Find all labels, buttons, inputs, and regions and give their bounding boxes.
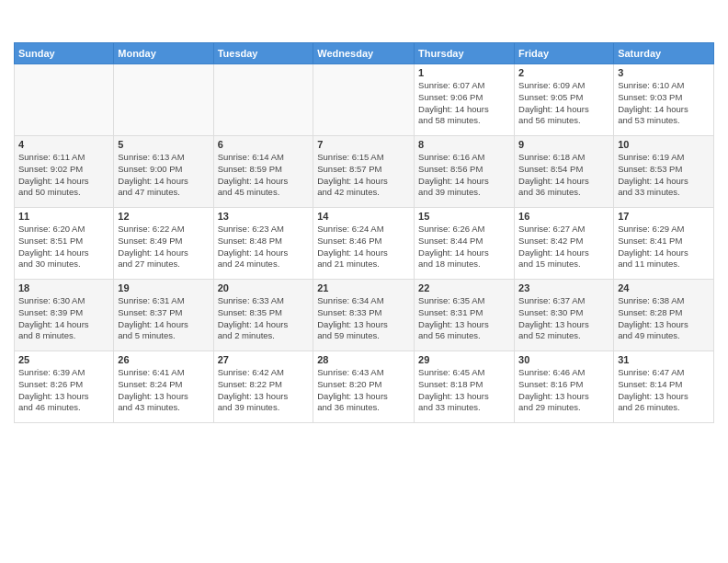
day-info: Sunrise: 6:33 AM Sunset: 8:35 PM Dayligh… (218, 295, 310, 342)
calendar-cell: 11Sunrise: 6:20 AM Sunset: 8:51 PM Dayli… (15, 208, 114, 280)
day-number: 27 (218, 354, 310, 365)
day-number: 9 (518, 139, 609, 150)
day-number: 29 (418, 354, 510, 365)
weekday-header: Wednesday (313, 43, 415, 64)
day-number: 31 (618, 354, 710, 365)
day-number: 1 (418, 67, 510, 78)
day-info: Sunrise: 6:37 AM Sunset: 8:30 PM Dayligh… (518, 295, 609, 342)
calendar-cell: 27Sunrise: 6:42 AM Sunset: 8:22 PM Dayli… (213, 351, 313, 423)
calendar-cell (114, 64, 213, 136)
day-info: Sunrise: 6:30 AM Sunset: 8:39 PM Dayligh… (18, 295, 109, 342)
calendar-cell: 3Sunrise: 6:10 AM Sunset: 9:03 PM Daylig… (614, 64, 714, 136)
calendar-cell: 18Sunrise: 6:30 AM Sunset: 8:39 PM Dayli… (15, 280, 114, 351)
calendar-cell: 24Sunrise: 6:38 AM Sunset: 8:28 PM Dayli… (614, 280, 714, 351)
day-number: 24 (618, 282, 710, 293)
calendar-cell: 14Sunrise: 6:24 AM Sunset: 8:46 PM Dayli… (313, 208, 415, 280)
logo-icon (14, 9, 40, 35)
calendar-cell: 26Sunrise: 6:41 AM Sunset: 8:24 PM Dayli… (114, 351, 213, 423)
calendar-cell: 5Sunrise: 6:13 AM Sunset: 9:00 PM Daylig… (114, 136, 213, 208)
day-info: Sunrise: 6:27 AM Sunset: 8:42 PM Dayligh… (518, 224, 609, 270)
header (14, 9, 714, 35)
day-info: Sunrise: 6:35 AM Sunset: 8:31 PM Dayligh… (418, 295, 510, 342)
day-number: 10 (618, 139, 710, 150)
calendar-cell: 29Sunrise: 6:45 AM Sunset: 8:18 PM Dayli… (415, 351, 515, 423)
day-info: Sunrise: 6:26 AM Sunset: 8:44 PM Dayligh… (418, 224, 510, 270)
day-info: Sunrise: 6:43 AM Sunset: 8:20 PM Dayligh… (317, 367, 410, 414)
calendar-cell: 9Sunrise: 6:18 AM Sunset: 8:54 PM Daylig… (515, 136, 614, 208)
day-number: 14 (317, 211, 410, 222)
day-number: 17 (618, 211, 710, 222)
day-info: Sunrise: 6:31 AM Sunset: 8:37 PM Dayligh… (118, 295, 209, 342)
calendar-cell: 31Sunrise: 6:47 AM Sunset: 8:14 PM Dayli… (614, 351, 714, 423)
day-info: Sunrise: 6:46 AM Sunset: 8:16 PM Dayligh… (518, 367, 609, 414)
day-info: Sunrise: 6:39 AM Sunset: 8:26 PM Dayligh… (18, 367, 109, 414)
calendar-cell: 1Sunrise: 6:07 AM Sunset: 9:06 PM Daylig… (415, 64, 515, 136)
weekday-header: Monday (114, 43, 213, 64)
day-info: Sunrise: 6:11 AM Sunset: 9:02 PM Dayligh… (18, 152, 109, 199)
day-number: 25 (18, 354, 109, 365)
calendar-cell: 2Sunrise: 6:09 AM Sunset: 9:05 PM Daylig… (515, 64, 614, 136)
day-number: 30 (518, 354, 609, 365)
day-number: 20 (218, 282, 310, 293)
day-number: 7 (317, 139, 410, 150)
day-info: Sunrise: 6:23 AM Sunset: 8:48 PM Dayligh… (218, 224, 310, 270)
day-info: Sunrise: 6:41 AM Sunset: 8:24 PM Dayligh… (118, 367, 209, 414)
day-info: Sunrise: 6:24 AM Sunset: 8:46 PM Dayligh… (317, 224, 410, 270)
weekday-header: Thursday (415, 43, 515, 64)
weekday-header: Tuesday (213, 43, 313, 64)
calendar-cell: 20Sunrise: 6:33 AM Sunset: 8:35 PM Dayli… (213, 280, 313, 351)
day-number: 21 (317, 282, 410, 293)
calendar-cell: 17Sunrise: 6:29 AM Sunset: 8:41 PM Dayli… (614, 208, 714, 280)
day-number: 18 (18, 282, 109, 293)
day-number: 28 (317, 354, 410, 365)
day-info: Sunrise: 6:20 AM Sunset: 8:51 PM Dayligh… (18, 224, 109, 270)
calendar-cell (313, 64, 415, 136)
day-number: 2 (518, 67, 609, 78)
calendar-cell: 6Sunrise: 6:14 AM Sunset: 8:59 PM Daylig… (213, 136, 313, 208)
day-info: Sunrise: 6:14 AM Sunset: 8:59 PM Dayligh… (218, 152, 310, 199)
day-number: 15 (418, 211, 510, 222)
day-number: 11 (18, 211, 109, 222)
day-number: 8 (418, 139, 510, 150)
calendar-cell: 19Sunrise: 6:31 AM Sunset: 8:37 PM Dayli… (114, 280, 213, 351)
day-info: Sunrise: 6:18 AM Sunset: 8:54 PM Dayligh… (518, 152, 609, 199)
day-number: 23 (518, 282, 609, 293)
day-number: 4 (18, 139, 109, 150)
calendar-cell (213, 64, 313, 136)
day-info: Sunrise: 6:34 AM Sunset: 8:33 PM Dayligh… (317, 295, 410, 342)
day-info: Sunrise: 6:09 AM Sunset: 9:05 PM Dayligh… (518, 80, 609, 127)
calendar-cell: 8Sunrise: 6:16 AM Sunset: 8:56 PM Daylig… (415, 136, 515, 208)
day-info: Sunrise: 6:47 AM Sunset: 8:14 PM Dayligh… (618, 367, 710, 414)
day-info: Sunrise: 6:38 AM Sunset: 8:28 PM Dayligh… (618, 295, 710, 342)
calendar-cell: 10Sunrise: 6:19 AM Sunset: 8:53 PM Dayli… (614, 136, 714, 208)
day-number: 22 (418, 282, 510, 293)
day-number: 3 (618, 67, 710, 78)
calendar-cell: 22Sunrise: 6:35 AM Sunset: 8:31 PM Dayli… (415, 280, 515, 351)
calendar-cell: 4Sunrise: 6:11 AM Sunset: 9:02 PM Daylig… (15, 136, 114, 208)
day-info: Sunrise: 6:15 AM Sunset: 8:57 PM Dayligh… (317, 152, 410, 199)
calendar-cell: 16Sunrise: 6:27 AM Sunset: 8:42 PM Dayli… (515, 208, 614, 280)
calendar-cell (15, 64, 114, 136)
day-info: Sunrise: 6:13 AM Sunset: 9:00 PM Dayligh… (118, 152, 209, 199)
calendar-cell: 30Sunrise: 6:46 AM Sunset: 8:16 PM Dayli… (515, 351, 614, 423)
day-number: 19 (118, 282, 209, 293)
day-info: Sunrise: 6:10 AM Sunset: 9:03 PM Dayligh… (618, 80, 710, 127)
calendar-cell: 21Sunrise: 6:34 AM Sunset: 8:33 PM Dayli… (313, 280, 415, 351)
day-number: 5 (118, 139, 209, 150)
logo (14, 9, 43, 35)
day-info: Sunrise: 6:07 AM Sunset: 9:06 PM Dayligh… (418, 80, 510, 127)
day-number: 13 (218, 211, 310, 222)
calendar-cell: 12Sunrise: 6:22 AM Sunset: 8:49 PM Dayli… (114, 208, 213, 280)
calendar-cell: 15Sunrise: 6:26 AM Sunset: 8:44 PM Dayli… (415, 208, 515, 280)
day-info: Sunrise: 6:42 AM Sunset: 8:22 PM Dayligh… (218, 367, 310, 414)
day-number: 12 (118, 211, 209, 222)
page: SundayMondayTuesdayWednesdayThursdayFrid… (0, 0, 728, 563)
calendar-cell: 23Sunrise: 6:37 AM Sunset: 8:30 PM Dayli… (515, 280, 614, 351)
day-number: 16 (518, 211, 609, 222)
day-info: Sunrise: 6:22 AM Sunset: 8:49 PM Dayligh… (118, 224, 209, 270)
calendar: SundayMondayTuesdayWednesdayThursdayFrid… (14, 42, 714, 423)
weekday-header: Sunday (15, 43, 114, 64)
day-number: 6 (218, 139, 310, 150)
calendar-cell: 28Sunrise: 6:43 AM Sunset: 8:20 PM Dayli… (313, 351, 415, 423)
calendar-cell: 7Sunrise: 6:15 AM Sunset: 8:57 PM Daylig… (313, 136, 415, 208)
